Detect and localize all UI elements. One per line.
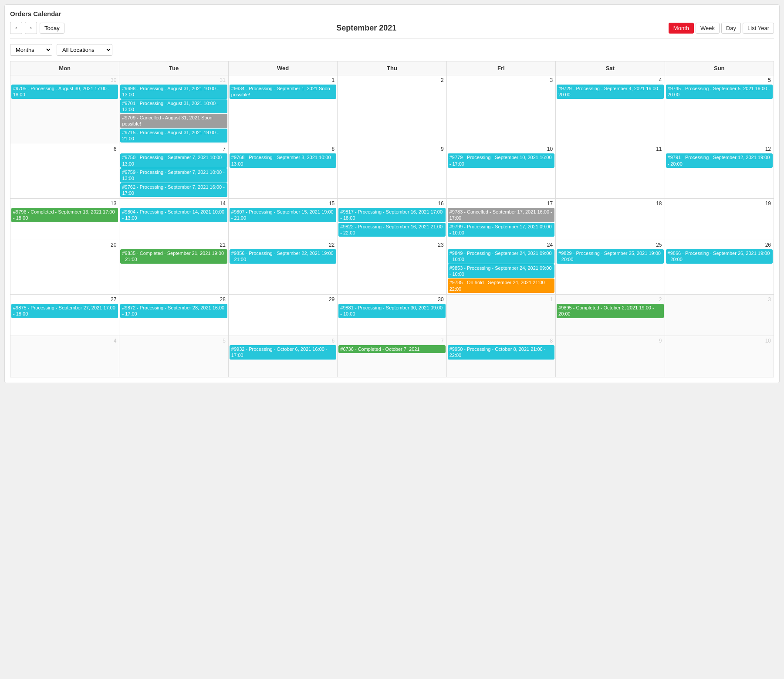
calendar-cell-w2d4: 17#9783 - Cancelled - September 17, 2021… xyxy=(446,199,555,240)
period-filter[interactable]: Months Weeks Days xyxy=(10,44,52,56)
calendar-event[interactable]: #9817 - Processing - September 16, 2021 … xyxy=(338,208,445,222)
day-number: 13 xyxy=(11,200,118,207)
calendar-event[interactable]: #9729 - Processing - September 4, 2021 1… xyxy=(557,85,663,99)
calendar-cell-w5d1: 5 xyxy=(119,336,228,377)
calendar-event[interactable]: #9762 - Processing - September 7, 2021 1… xyxy=(120,183,227,197)
day-number: 17 xyxy=(448,200,554,207)
view-month-button[interactable]: Month xyxy=(669,23,694,34)
calendar-event[interactable]: #9759 - Processing - September 7, 2021 1… xyxy=(120,168,227,183)
today-button[interactable]: Today xyxy=(40,23,64,34)
day-number: 22 xyxy=(230,241,336,249)
day-number: 27 xyxy=(11,295,118,303)
calendar-event[interactable]: #9807 - Processing - September 15, 2021 … xyxy=(230,208,336,222)
calendar-event[interactable]: #9705 - Processing - August 30, 2021 17:… xyxy=(11,85,118,99)
calendar-event[interactable]: #9881 - Processing - September 30, 2021 … xyxy=(338,304,445,318)
calendar-event[interactable]: #9856 - Processing - September 22, 2021 … xyxy=(230,249,336,264)
location-filter[interactable]: All Locations Location 1 Location 2 xyxy=(57,44,112,56)
day-number: 9 xyxy=(557,337,663,345)
calendar-event[interactable]: #9849 - Processing - September 24, 2021 … xyxy=(448,249,554,264)
day-number: 7 xyxy=(120,145,227,153)
calendar-cell-w2d6: 19 xyxy=(665,199,774,240)
toolbar-left: ‹ › Today xyxy=(10,22,64,34)
day-number: 8 xyxy=(230,145,336,153)
calendar-event[interactable]: #9796 - Completed - September 13, 2021 1… xyxy=(11,208,118,222)
calendar-cell-w5d2: 6#9932 - Processing - October 6, 2021 16… xyxy=(228,336,337,377)
calendar-event[interactable]: #9783 - Cancelled - September 17, 2021 1… xyxy=(448,208,554,222)
calendar-event[interactable]: #9822 - Processing - September 16, 2021 … xyxy=(338,223,445,237)
view-buttons: Month Week Day List Year xyxy=(669,23,774,34)
day-number: 30 xyxy=(11,76,118,84)
calendar-event[interactable]: #9698 - Processing - August 31, 2021 10:… xyxy=(120,85,227,99)
calendar-event[interactable]: #9745 - Processing - September 5, 2021 1… xyxy=(666,85,773,99)
day-number: 30 xyxy=(338,295,445,303)
week-row-4: 27#9875 - Processing - September 27, 202… xyxy=(10,294,774,336)
calendar-event[interactable]: #9799 - Processing - September 17, 2021 … xyxy=(448,223,554,237)
view-listyear-button[interactable]: List Year xyxy=(743,23,774,34)
calendar-event[interactable]: #9701 - Processing - August 31, 2021 10:… xyxy=(120,99,227,114)
view-week-button[interactable]: Week xyxy=(696,23,720,34)
calendar-cell-w3d6: 26#9866 - Processing - September 26, 202… xyxy=(665,240,774,295)
calendar-event[interactable]: #9895 - Completed - October 2, 2021 19:0… xyxy=(557,304,663,318)
calendar-cell-w1d5: 11 xyxy=(556,144,665,199)
day-number: 4 xyxy=(557,76,663,84)
calendar-cell-w4d3: 30#9881 - Processing - September 30, 202… xyxy=(338,294,446,336)
calendar-cell-w4d0: 27#9875 - Processing - September 27, 202… xyxy=(10,294,119,336)
calendar-cell-w1d2: 8#9768 - Processing - September 8, 2021 … xyxy=(228,144,337,199)
calendar-event[interactable]: #9804 - Processing - September 14, 2021 … xyxy=(120,208,227,222)
week-row-2: 13#9796 - Completed - September 13, 2021… xyxy=(10,199,774,240)
day-number: 3 xyxy=(666,295,773,303)
day-number: 4 xyxy=(11,337,118,345)
calendar-event[interactable]: #9715 - Processing - August 31, 2021 19:… xyxy=(120,129,227,143)
calendar-event[interactable]: #9768 - Processing - September 8, 2021 1… xyxy=(230,153,336,168)
weekday-sat: Sat xyxy=(556,61,665,75)
calendar-cell-w3d2: 22#9856 - Processing - September 22, 202… xyxy=(228,240,337,295)
calendar-event[interactable]: #9779 - Processing - September 10, 2021 … xyxy=(448,153,554,168)
calendar-cell-w4d1: 28#9872 - Processing - September 28, 202… xyxy=(119,294,228,336)
day-number: 5 xyxy=(666,76,773,84)
page-title: Orders Calendar xyxy=(10,10,774,17)
day-number: 29 xyxy=(230,295,336,303)
calendar-event[interactable]: #9785 - On hold - September 24, 2021 21:… xyxy=(448,278,554,293)
day-number: 15 xyxy=(230,200,336,207)
calendar-cell-w3d0: 20 xyxy=(10,240,119,295)
calendar-event[interactable]: #9791 - Processing - September 12, 2021 … xyxy=(666,153,773,168)
prev-button[interactable]: ‹ xyxy=(10,22,22,34)
day-number: 2 xyxy=(557,295,663,303)
calendar-event[interactable]: #9872 - Processing - September 28, 2021 … xyxy=(120,304,227,318)
page-wrapper: Orders Calendar ‹ › Today September 2021… xyxy=(4,4,780,383)
calendar-event[interactable]: #9932 - Processing - October 6, 2021 16:… xyxy=(230,345,336,360)
calendar-cell-w1d3: 9 xyxy=(338,144,446,199)
calendar-cell-w1d0: 6 xyxy=(10,144,119,199)
calendar-event[interactable]: #9750 - Processing - September 7, 2021 1… xyxy=(120,153,227,168)
calendar-event[interactable]: #9950 - Processing - October 8, 2021 21:… xyxy=(448,345,554,360)
calendar-cell-w2d2: 15#9807 - Processing - September 15, 202… xyxy=(228,199,337,240)
calendar-cell-w4d4: 1 xyxy=(446,294,555,336)
calendar-event[interactable]: #9875 - Processing - September 27, 2021 … xyxy=(11,304,118,318)
next-button[interactable]: › xyxy=(25,22,37,34)
week-row-0: 30#9705 - Processing - August 30, 2021 1… xyxy=(10,75,774,144)
day-number: 2 xyxy=(338,76,445,84)
calendar-event[interactable]: #9829 - Processing - September 25, 2021 … xyxy=(557,249,663,264)
day-number: 25 xyxy=(557,241,663,249)
calendar-title: September 2021 xyxy=(336,24,396,33)
calendar-cell-w3d3: 23 xyxy=(338,240,446,295)
day-number: 28 xyxy=(120,295,227,303)
calendar-cell-w2d0: 13#9796 - Completed - September 13, 2021… xyxy=(10,199,119,240)
calendar-event[interactable]: #9835 - Completed - September 21, 2021 1… xyxy=(120,249,227,264)
day-number: 5 xyxy=(120,337,227,345)
calendar-event[interactable]: #9709 - Cancelled - August 31, 2021 Soon… xyxy=(120,114,227,128)
calendar-event[interactable]: #9866 - Processing - September 26, 2021 … xyxy=(666,249,773,264)
week-row-1: 67#9750 - Processing - September 7, 2021… xyxy=(10,144,774,199)
day-number: 21 xyxy=(120,241,227,249)
calendar-event[interactable]: #6736 - Completed - October 7, 2021 xyxy=(338,345,445,353)
view-day-button[interactable]: Day xyxy=(721,23,741,34)
weekday-sun: Sun xyxy=(665,61,774,75)
day-number: 7 xyxy=(338,337,445,345)
calendar-event[interactable]: #9853 - Processing - September 24, 2021 … xyxy=(448,264,554,278)
calendar-cell-w3d5: 25#9829 - Processing - September 25, 202… xyxy=(556,240,665,295)
calendar-event[interactable]: #9634 - Processing - September 1, 2021 S… xyxy=(230,85,336,99)
day-number: 20 xyxy=(11,241,118,249)
calendar-cell-w2d3: 16#9817 - Processing - September 16, 202… xyxy=(338,199,446,240)
calendar-cell-w3d4: 24#9849 - Processing - September 24, 202… xyxy=(446,240,555,295)
day-number: 11 xyxy=(557,145,663,153)
